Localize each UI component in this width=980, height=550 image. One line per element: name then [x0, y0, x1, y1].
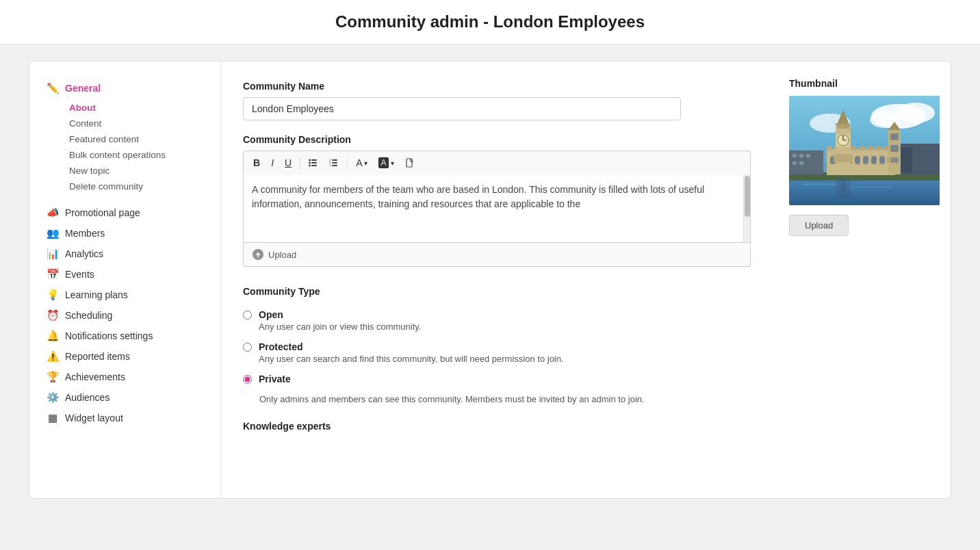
page-title: Community admin - London Employees	[0, 12, 980, 31]
svg-rect-28	[806, 154, 810, 157]
svg-rect-21	[851, 187, 892, 188]
radio-private-wrap: Private	[259, 374, 291, 384]
main-content: Community Name Community Description B I…	[221, 62, 773, 498]
radio-option-protected: Protected Any user can search and find t…	[243, 341, 751, 364]
sidebar-item-general[interactable]: ✏️ General	[46, 78, 220, 99]
sidebar-item-widget-layout[interactable]: ▦ Widget layout	[46, 408, 220, 428]
editor-scrollbar[interactable]	[743, 174, 750, 242]
radio-private-label[interactable]: Private	[259, 374, 291, 384]
svg-rect-62	[841, 123, 844, 126]
editor-footer: Upload	[243, 243, 751, 267]
editor-body[interactable]: A community for members of the team who …	[243, 174, 751, 243]
toolbar-separator-1	[300, 157, 300, 169]
svg-rect-32	[827, 146, 832, 150]
sidebar-item-about[interactable]: About	[65, 100, 220, 116]
editor-toolbar: B I U	[243, 150, 751, 174]
sidebar-nav-items: 📣 Promotional page 👥 Members 📊 Analytics…	[46, 202, 220, 428]
sidebar-item-events[interactable]: 📅 Events	[46, 264, 220, 285]
ordered-list-button[interactable]: 1 2 3	[325, 156, 343, 170]
sidebar-item-audiences[interactable]: ⚙️ Audiences	[46, 387, 220, 408]
sidebar-item-bulk-content[interactable]: Bulk content operations	[65, 147, 220, 163]
svg-rect-19	[789, 178, 940, 205]
knowledge-experts-section: Knowledge experts	[243, 421, 751, 432]
radio-open[interactable]	[243, 311, 252, 319]
thumbnail-upload-button[interactable]: Upload	[789, 215, 849, 236]
svg-rect-26	[792, 154, 797, 157]
community-type-section: Community Type Open Any user can join or…	[243, 286, 751, 404]
svg-rect-12	[407, 159, 412, 167]
sidebar-label-learning: Learning plans	[65, 289, 128, 300]
community-description-label: Community Description	[243, 134, 751, 145]
svg-rect-38	[876, 146, 881, 150]
radio-open-label[interactable]: Open	[259, 309, 283, 320]
font-color-chevron: ▾	[364, 159, 368, 167]
radio-private[interactable]	[243, 375, 252, 384]
upload-attachment-button[interactable]: Upload	[252, 248, 296, 261]
sidebar-label-audiences: Audiences	[65, 392, 109, 403]
sidebar-item-new-topic[interactable]: New topic	[65, 163, 220, 179]
svg-text:3: 3	[329, 163, 331, 167]
svg-rect-61	[836, 123, 839, 126]
sidebar-item-achievements[interactable]: 🏆 Achievements	[46, 367, 220, 387]
description-text: A community for members of the team who …	[252, 184, 704, 209]
community-type-label: Community Type	[243, 286, 751, 297]
svg-point-4	[309, 162, 311, 164]
svg-rect-37	[868, 146, 873, 150]
sidebar-label-notifications: Notifications settings	[65, 330, 153, 341]
svg-point-3	[309, 159, 311, 161]
community-name-label: Community Name	[243, 81, 681, 92]
bell-icon: 🔔	[46, 330, 60, 342]
edit-icon: ✏️	[46, 82, 60, 94]
thumbnail-panel: Thumbnail	[773, 62, 951, 498]
radio-option-open: Open Any user can join or view this comm…	[243, 309, 751, 332]
community-description-section: Community Description B I U	[243, 134, 751, 267]
calendar-icon: 📅	[46, 268, 60, 280]
top-header: Community admin - London Employees	[0, 0, 980, 44]
svg-rect-2	[311, 165, 317, 166]
sidebar-item-content[interactable]: Content	[65, 116, 220, 131]
sidebar-item-featured-content[interactable]: Featured content	[65, 131, 220, 147]
sidebar-item-scheduling[interactable]: ⏰ Scheduling	[46, 305, 220, 326]
sidebar-item-delete-community[interactable]: Delete community	[65, 179, 220, 194]
sidebar-item-members[interactable]: 👥 Members	[46, 223, 220, 244]
svg-rect-0	[311, 159, 317, 161]
svg-rect-20	[803, 183, 837, 185]
sidebar-label-promotional: Promotional page	[65, 207, 140, 218]
svg-rect-35	[851, 146, 857, 150]
community-name-input[interactable]	[243, 97, 681, 120]
bulb-icon: 💡	[46, 289, 60, 301]
gear-icon: ⚙️	[46, 391, 60, 404]
bg-color-button[interactable]: A ▾	[374, 155, 398, 170]
font-color-button[interactable]: A ▾	[352, 155, 372, 170]
sidebar-label-reported: Reported items	[65, 351, 130, 362]
svg-rect-29	[792, 161, 797, 165]
unordered-list-button[interactable]	[305, 156, 322, 170]
svg-rect-54	[834, 154, 853, 162]
sidebar-general-label: General	[65, 83, 101, 94]
radio-protected[interactable]	[243, 343, 252, 352]
radio-open-wrap: Open Any user can join or view this comm…	[259, 309, 421, 332]
svg-rect-43	[855, 156, 860, 164]
sidebar-item-reported-items[interactable]: ⚠️ Reported items	[46, 346, 220, 367]
radio-open-desc: Any user can join or view this community…	[259, 322, 421, 332]
grid-icon: ▦	[46, 412, 60, 424]
thumbnail-image	[789, 96, 940, 205]
megaphone-icon: 📣	[46, 207, 60, 219]
sidebar-label-events: Events	[65, 269, 94, 280]
insert-file-button[interactable]	[401, 156, 419, 170]
sidebar-item-notifications-settings[interactable]: 🔔 Notifications settings	[46, 326, 220, 346]
italic-button[interactable]: I	[267, 155, 278, 170]
knowledge-experts-label: Knowledge experts	[243, 421, 751, 432]
sidebar-sub-general: About Content Featured content Bulk cont…	[65, 100, 220, 194]
sidebar-section-general: ✏️ General About Content Featured conten…	[46, 78, 220, 194]
people-icon: 👥	[46, 227, 60, 239]
bold-button[interactable]: B	[249, 155, 264, 170]
sidebar-item-learning-plans[interactable]: 💡 Learning plans	[46, 285, 220, 305]
svg-point-16	[897, 103, 935, 123]
radio-protected-label[interactable]: Protected	[259, 341, 303, 352]
svg-rect-52	[890, 157, 899, 163]
sidebar-item-analytics[interactable]: 📊 Analytics	[46, 244, 220, 264]
sidebar-item-promotional-page[interactable]: 📣 Promotional page	[46, 202, 220, 223]
underline-button[interactable]: U	[281, 155, 296, 170]
sidebar: ✏️ General About Content Featured conten…	[29, 62, 221, 498]
